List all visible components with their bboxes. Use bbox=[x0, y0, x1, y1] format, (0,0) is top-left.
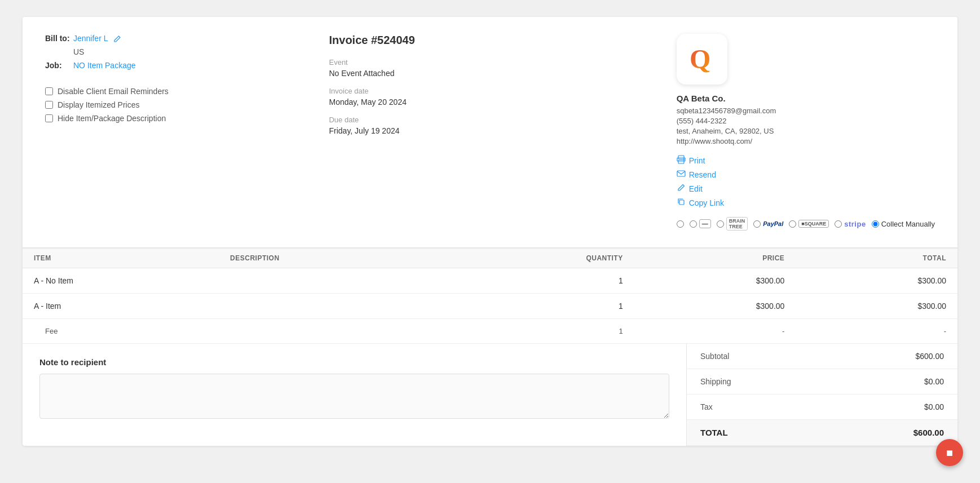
subtotal-row: Subtotal $600.00 bbox=[687, 344, 957, 369]
company-section: Q QA Beta Co. sqbeta123456789@gmail.com … bbox=[665, 34, 935, 231]
collect-manually-label: Collect Manually bbox=[881, 220, 935, 228]
company-name: QA Beta Co. bbox=[677, 94, 726, 103]
bottom-section: Note to recipient Subtotal $600.00 Shipp… bbox=[23, 344, 957, 446]
display-itemized-checkbox[interactable] bbox=[45, 101, 53, 109]
col-quantity: QUANTITY bbox=[446, 249, 634, 268]
row3-quantity: 1 bbox=[446, 319, 634, 344]
svg-rect-6 bbox=[679, 200, 684, 205]
svg-rect-1 bbox=[678, 156, 684, 159]
col-description: DESCRIPTION bbox=[219, 249, 446, 268]
row2-price: $300.00 bbox=[634, 294, 796, 319]
copy-link-link[interactable]: Copy Link bbox=[677, 197, 724, 208]
job-label: Job: bbox=[45, 61, 73, 70]
payment-option-paypal[interactable]: PayPal bbox=[753, 220, 783, 228]
invoice-details-section: Invoice #524049 Event No Event Attached … bbox=[317, 34, 654, 231]
date-value: Monday, May 20 2024 bbox=[329, 98, 642, 107]
print-link[interactable]: Print bbox=[677, 155, 724, 166]
edit-icon bbox=[677, 183, 686, 194]
payment-option-stripe[interactable]: stripe bbox=[835, 220, 866, 228]
edit-label: Edit bbox=[689, 184, 703, 193]
svg-rect-5 bbox=[677, 171, 685, 176]
row2-quantity: 1 bbox=[446, 294, 634, 319]
disable-email-label[interactable]: Disable Client Email Reminders bbox=[58, 87, 169, 96]
print-icon bbox=[677, 155, 686, 166]
payment-option-braintree[interactable]: BRAINTREE bbox=[717, 217, 748, 231]
grand-total-row: TOTAL $600.00 bbox=[687, 420, 957, 446]
company-actions: Print Resend bbox=[677, 155, 724, 208]
copy-link-label: Copy Link bbox=[689, 198, 724, 207]
totals-section: Subtotal $600.00 Shipping $0.00 Tax $0.0… bbox=[687, 344, 957, 446]
paypal-badge: PayPal bbox=[763, 220, 783, 227]
table-row: A - No Item 1 $300.00 $300.00 bbox=[23, 268, 957, 294]
due-value: Friday, July 19 2024 bbox=[329, 126, 642, 135]
resend-label: Resend bbox=[689, 170, 716, 179]
grand-total-label: TOTAL bbox=[700, 428, 728, 437]
hide-description-checkbox[interactable] bbox=[45, 114, 53, 122]
invoice-title: Invoice #524049 bbox=[329, 34, 642, 47]
company-website: http://www.shootq.com/ bbox=[677, 137, 752, 145]
row2-item: A - Item bbox=[23, 294, 219, 319]
square-badge: ■SQUARE bbox=[798, 220, 829, 228]
table-row-sub: Fee 1 - - bbox=[23, 319, 957, 344]
subtotal-value: $600.00 bbox=[915, 352, 944, 361]
shipping-row: Shipping $0.00 bbox=[687, 369, 957, 395]
bill-info-section: Bill to: Jennifer L US Job: NO Item Pack… bbox=[45, 34, 306, 231]
due-label: Due date bbox=[329, 116, 642, 124]
items-table: ITEM DESCRIPTION QUANTITY PRICE TOTAL A … bbox=[23, 248, 957, 344]
company-phone: (555) 444-2322 bbox=[677, 117, 727, 125]
payment-option-manual[interactable]: Collect Manually bbox=[872, 220, 935, 228]
row1-total: $300.00 bbox=[796, 268, 957, 294]
client-country: US bbox=[73, 47, 306, 56]
fab-icon: ■ bbox=[946, 446, 953, 459]
braintree-badge: BRAINTREE bbox=[726, 217, 748, 231]
bill-to-label: Bill to: bbox=[45, 34, 73, 43]
col-item: ITEM bbox=[23, 249, 219, 268]
edit-client-icon[interactable] bbox=[113, 35, 121, 43]
payment-options: — BRAINTREE PayPal ■SQUARE bbox=[677, 217, 935, 231]
grand-total-value: $600.00 bbox=[913, 428, 944, 437]
table-row: A - Item 1 $300.00 $300.00 bbox=[23, 294, 957, 319]
fab-button[interactable]: ■ bbox=[936, 439, 963, 466]
company-email: sqbeta123456789@gmail.com bbox=[677, 107, 776, 115]
payment-option-dash[interactable]: — bbox=[690, 219, 711, 228]
event-label: Event bbox=[329, 58, 642, 67]
display-itemized-label[interactable]: Display Itemized Prices bbox=[58, 100, 140, 109]
note-section: Note to recipient bbox=[23, 344, 687, 446]
col-total: TOTAL bbox=[796, 249, 957, 268]
edit-link[interactable]: Edit bbox=[677, 183, 724, 194]
tax-row: Tax $0.00 bbox=[687, 395, 957, 420]
tax-label: Tax bbox=[700, 402, 713, 411]
resend-icon bbox=[677, 169, 686, 180]
date-label: Invoice date bbox=[329, 87, 642, 95]
resend-link[interactable]: Resend bbox=[677, 169, 724, 180]
row3-item: Fee bbox=[23, 319, 219, 344]
hide-description-label[interactable]: Hide Item/Package Description bbox=[58, 114, 166, 123]
client-name-link[interactable]: Jennifer L bbox=[73, 34, 108, 43]
row1-item: A - No Item bbox=[23, 268, 219, 294]
payment-option-square[interactable]: ■SQUARE bbox=[789, 220, 829, 228]
row1-quantity: 1 bbox=[446, 268, 634, 294]
job-link[interactable]: NO Item Package bbox=[73, 61, 136, 70]
svg-point-4 bbox=[683, 159, 685, 160]
checkboxes-section: Disable Client Email Reminders Display I… bbox=[45, 87, 306, 123]
note-title: Note to recipient bbox=[39, 357, 669, 367]
row3-total: - bbox=[796, 319, 957, 344]
company-address: test, Anaheim, CA, 92802, US bbox=[677, 127, 774, 135]
svg-rect-2 bbox=[678, 160, 684, 163]
shipping-label: Shipping bbox=[700, 377, 731, 386]
stripe-badge: stripe bbox=[844, 220, 866, 228]
row3-description bbox=[219, 319, 446, 344]
payment-option-none[interactable] bbox=[677, 220, 684, 228]
copy-link-icon bbox=[677, 197, 686, 208]
note-textarea[interactable] bbox=[39, 374, 669, 419]
subtotal-label: Subtotal bbox=[700, 352, 729, 361]
dash-badge: — bbox=[699, 219, 711, 228]
items-table-section: ITEM DESCRIPTION QUANTITY PRICE TOTAL A … bbox=[23, 248, 957, 344]
company-logo: Q bbox=[677, 34, 727, 85]
disable-email-checkbox[interactable] bbox=[45, 87, 53, 95]
shipping-value: $0.00 bbox=[924, 377, 944, 386]
event-value: No Event Attached bbox=[329, 69, 642, 78]
print-label: Print bbox=[689, 156, 705, 165]
row1-price: $300.00 bbox=[634, 268, 796, 294]
row2-description bbox=[219, 294, 446, 319]
